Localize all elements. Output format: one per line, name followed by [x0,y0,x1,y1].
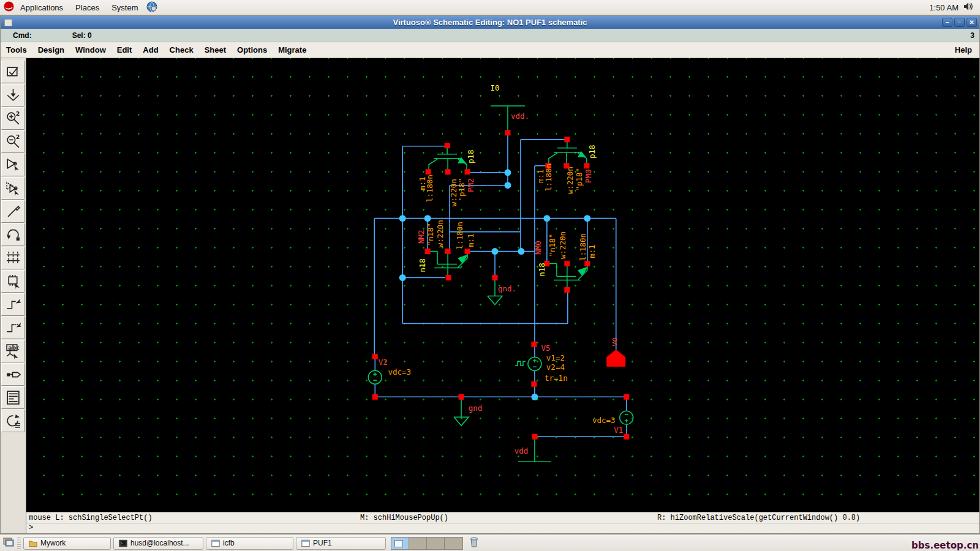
instance-icon[interactable] [1,270,24,293]
property-icon[interactable] [1,386,24,409]
taskbar-button-puf1[interactable]: PUF1 [296,537,386,550]
pin-icon[interactable] [1,363,24,386]
pin-square[interactable] [372,354,378,359]
clock[interactable]: 1:50 AM [929,3,959,12]
schematic-label[interactable]: v1=2 [546,353,565,362]
schematic-label[interactable]: NM2 [417,230,426,244]
component-icon[interactable] [1,247,24,269]
menu-migrate[interactable]: Migrate [273,45,312,54]
schematic-label[interactable]: PM0 [584,169,593,183]
minimize-button[interactable]: – [942,18,952,27]
schematic-label[interactable]: NM0 [533,241,543,255]
schematic-label[interactable]: vdc=3 [592,416,616,425]
schematic-label[interactable]: w:220n [565,167,575,194]
pin-square[interactable] [584,261,590,266]
schematic-label[interactable]: vdd [514,446,529,455]
menu-window[interactable]: Window [70,45,111,54]
schematic-label[interactable]: gnd [469,403,483,413]
menu-design[interactable]: Design [32,45,70,54]
stretch-icon[interactable] [1,154,24,176]
pin-square[interactable] [584,163,589,168]
schematic-label[interactable]: n18 [537,263,546,277]
menu-sheet[interactable]: Sheet [199,45,232,54]
globe-launcher-icon[interactable] [146,1,157,14]
schematic-label[interactable]: gnd. [498,284,516,293]
pin-square[interactable] [532,434,537,440]
schematic-label[interactable]: "n18" [426,223,435,246]
pin-square[interactable] [531,381,537,387]
schematic-label[interactable]: tr=1n [545,373,568,383]
title-bar[interactable]: Virtuoso® Schematic Editing: NO1 PUF1 sc… [1,16,979,29]
pin-square[interactable] [445,169,451,174]
schematic-label[interactable]: l:180n [425,174,434,202]
places-menu[interactable]: Places [69,0,105,15]
taskbar-button-terminal[interactable]: husd@localhost... [113,537,203,550]
schematic-label[interactable]: PM2 [466,178,475,192]
pin-square[interactable] [445,249,451,254]
zoom-out-2x-icon[interactable]: 2 [1,130,24,153]
pin-square[interactable] [564,137,570,142]
copy-icon[interactable] [1,177,24,200]
repeat-icon[interactable] [1,410,24,432]
show-desktop-icon[interactable] [2,536,15,550]
schematic-label[interactable]: V2 [379,358,388,367]
undo-icon[interactable] [1,223,24,246]
system-menu[interactable]: System [105,0,144,15]
pin-square[interactable] [465,169,470,174]
workspace-1[interactable] [391,538,409,549]
workspace-3[interactable] [427,538,445,549]
pin-square[interactable] [564,261,570,266]
menu-tools[interactable]: Tools [1,45,32,54]
schematic-label[interactable]: w:220n [435,220,445,247]
menu-check[interactable]: Check [164,45,199,54]
schematic-label[interactable]: l:180n [578,233,587,261]
save-icon[interactable] [1,84,24,107]
pin-square[interactable] [492,275,498,280]
wide-wire-icon[interactable] [1,317,24,339]
menu-add[interactable]: Add [137,45,164,54]
output-pin-vo[interactable] [607,350,625,366]
pin-square[interactable] [505,130,510,135]
applications-menu[interactable]: Applications [14,0,69,15]
schematic-label[interactable]: I0 [491,83,500,92]
workspace-4[interactable] [445,538,462,549]
schematic-label[interactable]: vo [609,337,619,347]
schematic-label[interactable]: V1 [614,425,623,435]
pin-square[interactable] [426,169,431,174]
zoom-in-2x-icon[interactable]: 2 [1,107,24,130]
pin-square[interactable] [465,249,470,254]
taskbar-button-icfb[interactable]: icfb [206,537,293,550]
redhat-icon[interactable] [0,1,14,13]
schematic-label[interactable]: v2=4 [546,362,565,372]
maximize-button[interactable]: ▫ [954,18,965,27]
menu-edit[interactable]: Edit [111,45,138,54]
delete-icon[interactable] [1,200,24,223]
taskbar-button-mywork[interactable]: Mywork [23,537,111,550]
pin-square[interactable] [446,275,451,280]
wire-name-icon[interactable]: abc [1,340,24,362]
cli-prompt[interactable]: > [26,523,979,533]
schematic-label[interactable]: p18 [466,150,475,164]
schematic-label[interactable]: n18 [418,258,427,272]
narrow-wire-icon[interactable] [1,293,24,316]
schematic-label[interactable]: w:220n [558,231,567,259]
schematic-label[interactable]: "n18" [548,234,557,257]
pin-square[interactable] [445,143,450,148]
schematic-label[interactable]: p18 [587,145,597,159]
menu-help[interactable]: Help [949,45,979,54]
schematic-label[interactable]: l:180n [544,163,553,191]
schematic-label[interactable]: V5 [541,343,550,353]
pin-square[interactable] [531,342,537,347]
pin-square[interactable] [459,394,464,400]
schematic-label[interactable]: m:1 [466,233,475,247]
schematic-label[interactable]: "p18" [457,178,466,201]
schematic-canvas[interactable]: I0vdd.m:1l:180nw:220n"p18"p18PM2m:1l:180… [26,58,979,512]
close-button[interactable]: ✕ [967,18,977,27]
schematic-label[interactable]: vdd. [511,111,529,121]
pin-square[interactable] [624,394,629,400]
workspace-2[interactable] [409,538,427,549]
schematic-label[interactable]: "p18" [575,168,584,191]
pin-square[interactable] [624,434,629,440]
schematic-label[interactable]: m:1 [587,244,597,258]
menu-options[interactable]: Options [232,45,273,54]
